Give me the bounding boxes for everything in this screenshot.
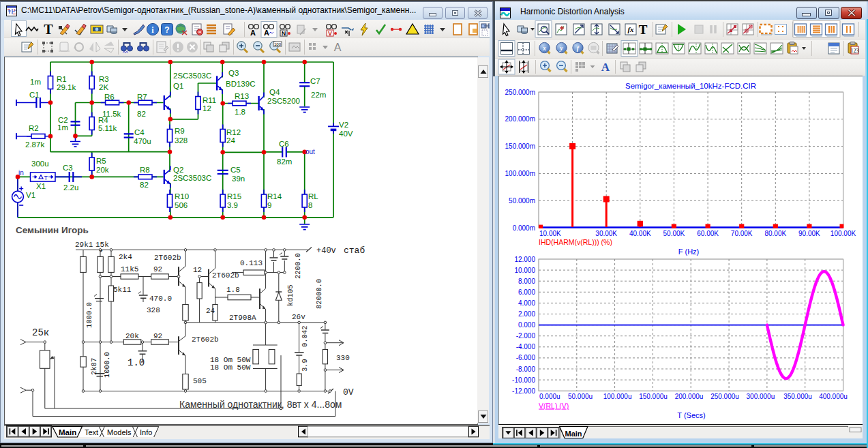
svg-text:24: 24 xyxy=(226,136,235,145)
svg-text:R1: R1 xyxy=(57,75,67,83)
svg-text:1000.0: 1000.0 xyxy=(103,352,111,378)
svg-text:Main: Main xyxy=(59,428,76,436)
svg-text:C3: C3 xyxy=(63,164,73,172)
svg-text:2.000: 2.000 xyxy=(518,310,535,318)
svg-text:стаб: стаб xyxy=(344,245,365,256)
svg-text:2SC3503C: 2SC3503C xyxy=(173,72,211,80)
svg-text:-4.000: -4.000 xyxy=(516,343,536,350)
svg-text:C4: C4 xyxy=(134,128,145,136)
svg-text:50.00K: 50.00K xyxy=(663,230,685,237)
svg-text:2.87k: 2.87k xyxy=(25,140,44,149)
svg-text:12.000: 12.000 xyxy=(514,256,535,263)
svg-text:200.000m: 200.000m xyxy=(505,115,535,123)
svg-text:Semigor_каменный_10kHz-FCD.CIR: Semigor_каменный_10kHz-FCD.CIR xyxy=(625,82,756,90)
svg-text:4.000: 4.000 xyxy=(518,299,535,307)
svg-text:2K: 2K xyxy=(99,83,108,91)
svg-text:12: 12 xyxy=(193,266,202,274)
svg-text:20k: 20k xyxy=(96,166,109,174)
svg-text:0.042: 0.042 xyxy=(301,325,309,347)
svg-text:-6.000: -6.000 xyxy=(516,354,536,361)
svg-text:20k: 20k xyxy=(125,332,139,340)
svg-text:R10: R10 xyxy=(175,192,189,200)
svg-text:F (Hz): F (Hz) xyxy=(678,248,700,256)
svg-text:8.000: 8.000 xyxy=(518,278,535,285)
svg-text:in: in xyxy=(18,169,24,177)
svg-text:2.2u: 2.2u xyxy=(63,183,78,192)
svg-text:RL: RL xyxy=(308,192,318,200)
svg-text:T (Secs): T (Secs) xyxy=(677,411,705,419)
svg-text:R7: R7 xyxy=(137,93,147,101)
svg-text:328: 328 xyxy=(175,136,188,145)
svg-text:10.000: 10.000 xyxy=(514,267,535,274)
svg-text:330: 330 xyxy=(336,354,350,362)
svg-text:*: * xyxy=(99,249,104,257)
svg-text:y: y xyxy=(559,44,563,52)
svg-text:100.000m: 100.000m xyxy=(505,170,535,177)
svg-text:70.00K: 70.00K xyxy=(731,230,753,237)
svg-text:R3: R3 xyxy=(99,75,109,83)
svg-text:kd105: kd105 xyxy=(286,284,295,306)
svg-text:2T602b: 2T602b xyxy=(192,335,219,344)
svg-text:R6: R6 xyxy=(104,93,115,101)
svg-text:2T908A: 2T908A xyxy=(229,314,256,322)
svg-text:R11: R11 xyxy=(203,96,216,104)
svg-text:?: ? xyxy=(164,25,169,35)
svg-text:BD139C: BD139C xyxy=(226,80,255,88)
svg-text:1.8: 1.8 xyxy=(235,108,245,116)
svg-text:8: 8 xyxy=(308,201,312,209)
svg-text:1m: 1m xyxy=(57,123,68,132)
svg-text:+40v: +40v xyxy=(316,246,336,256)
svg-text:N: N xyxy=(282,30,286,37)
svg-text:50.000u: 50.000u xyxy=(568,393,593,400)
svg-text:90.00K: 90.00K xyxy=(798,230,820,237)
svg-text:50.000m: 50.000m xyxy=(509,197,535,205)
svg-text:fx: fx xyxy=(627,25,634,33)
svg-text:V2: V2 xyxy=(339,121,348,129)
svg-text:2T602b: 2T602b xyxy=(212,271,239,280)
svg-text:250.000u: 250.000u xyxy=(710,393,739,400)
svg-text:18 Om 50W: 18 Om 50W xyxy=(210,363,251,372)
svg-text:100.00K: 100.00K xyxy=(830,230,856,237)
svg-text:R14: R14 xyxy=(267,192,282,200)
svg-text:R9: R9 xyxy=(175,127,185,135)
svg-text:C1: C1 xyxy=(29,91,40,99)
svg-text:470u: 470u xyxy=(134,137,151,145)
svg-text:39n: 39n xyxy=(232,175,245,183)
svg-text:5k11: 5k11 xyxy=(113,286,132,294)
svg-text:Q2: Q2 xyxy=(173,166,183,174)
svg-text:5.11k: 5.11k xyxy=(98,124,117,132)
svg-text:1.8: 1.8 xyxy=(226,286,240,294)
svg-text:1m: 1m xyxy=(30,78,41,86)
svg-text:123: 123 xyxy=(851,48,859,54)
svg-text:Models: Models xyxy=(107,428,132,436)
svg-text:0.113: 0.113 xyxy=(240,259,263,267)
svg-text:V: V xyxy=(328,30,332,37)
svg-text:3.9: 3.9 xyxy=(227,201,238,209)
svg-text:Каменный однотактник, 8вт х 4.: Каменный однотактник, 8вт х 4...8ом xyxy=(179,399,342,410)
svg-text:1000.0: 1000.0 xyxy=(85,302,93,328)
svg-text:26v: 26v xyxy=(292,313,305,321)
svg-text:505: 505 xyxy=(193,377,207,385)
svg-text:Q3: Q3 xyxy=(228,69,239,77)
svg-text:100: 100 xyxy=(274,42,282,46)
svg-text:2SC3503C: 2SC3503C xyxy=(173,174,211,182)
svg-text:82m: 82m xyxy=(277,158,292,166)
svg-text:60.00K: 60.00K xyxy=(697,230,719,237)
svg-text:X1: X1 xyxy=(36,182,46,190)
svg-text:A: A xyxy=(264,29,269,37)
svg-text:92: 92 xyxy=(153,332,162,340)
svg-text:82: 82 xyxy=(137,110,146,118)
svg-text:0.000u: 0.000u xyxy=(539,393,560,400)
svg-text:300u: 300u xyxy=(31,160,49,168)
svg-text:12: 12 xyxy=(203,104,211,113)
svg-text:-8.000: -8.000 xyxy=(516,365,536,373)
svg-text:1.0: 1.0 xyxy=(128,357,145,368)
svg-text:92: 92 xyxy=(153,265,162,273)
svg-text:40.00K: 40.00K xyxy=(629,230,651,237)
svg-text:IHD(HARM(v(RL))) (%): IHD(HARM(v(RL))) (%) xyxy=(539,238,612,246)
svg-text:40V: 40V xyxy=(339,130,353,138)
svg-text:-2.000: -2.000 xyxy=(516,332,536,340)
svg-text:Q1: Q1 xyxy=(173,82,183,90)
svg-text:200.000u: 200.000u xyxy=(675,393,704,400)
svg-text:470.0: 470.0 xyxy=(149,295,172,303)
